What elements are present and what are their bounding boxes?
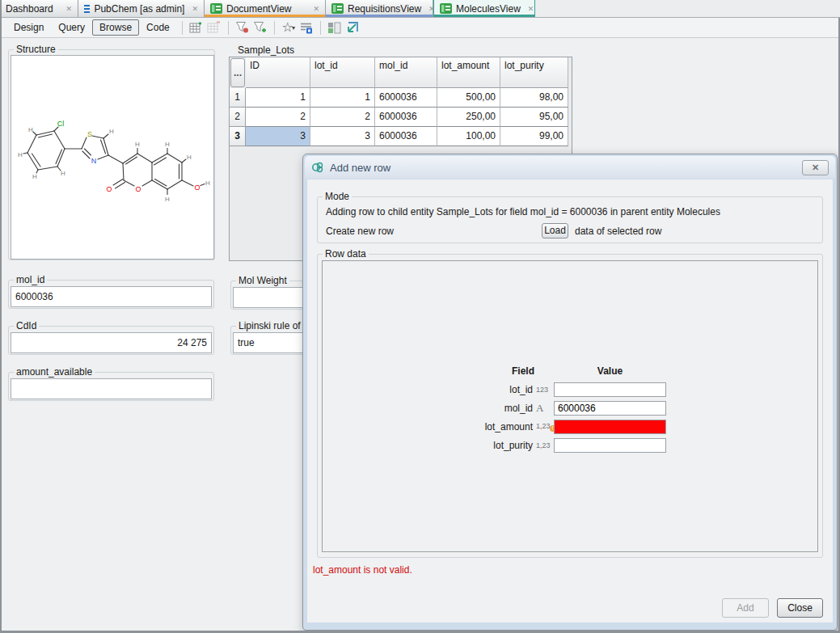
layout-grid-icon[interactable] [326, 19, 344, 36]
tab-underline [434, 15, 534, 17]
cell-lot-amount[interactable]: 100,00 [437, 127, 500, 146]
tab-close-icon[interactable]: ✕ [525, 5, 534, 13]
add-row-icon[interactable] [188, 19, 205, 36]
mol-id-label: mol_id [14, 274, 47, 285]
cell-id[interactable]: 2 [246, 108, 310, 127]
tab-dashboard[interactable]: Dashboard ✕ [0, 0, 78, 17]
filter-red-icon[interactable] [234, 19, 251, 36]
dialog-titlebar[interactable]: Add new row ✕ [305, 156, 835, 179]
table-row-selected[interactable]: 3 3 3 6000036 100,00 99,00 [230, 127, 572, 146]
col-header-mol-id[interactable]: mol_id [375, 57, 437, 88]
tab-label: PubChem [as admin] [94, 3, 184, 15]
validation-error-text: lot_amount is not valid. [313, 564, 412, 576]
atom-h: H [205, 179, 210, 187]
window-border [0, 0, 2, 633]
row-header[interactable]: 1 [230, 88, 246, 108]
text-type-icon: A [536, 402, 554, 415]
decimal-type-icon: 1,23 [536, 441, 554, 449]
table-icon [440, 3, 452, 14]
tab-underline [326, 15, 433, 17]
lot-id-value-input[interactable] [554, 382, 666, 397]
tab-close-icon[interactable]: ✕ [62, 5, 72, 13]
cdid-label: CdId [14, 320, 39, 331]
query-button[interactable]: Query [51, 20, 92, 35]
atom-h: H [28, 126, 33, 133]
table-row[interactable]: 2 2 2 6000036 250,00 95,00 [230, 108, 572, 127]
cell-lot-id[interactable]: 3 [310, 127, 375, 146]
tab-close-icon[interactable]: ✕ [310, 5, 319, 13]
close-button[interactable]: Close [777, 598, 823, 618]
load-suffix-text: data of selected row [575, 226, 661, 237]
star-icon[interactable]: ☆▾ [280, 19, 298, 36]
row-header[interactable]: 2 [230, 108, 246, 127]
cell-id[interactable]: 3 [246, 127, 310, 146]
amount-available-group: amount_available [8, 372, 214, 401]
amount-available-field[interactable] [11, 378, 212, 399]
atom-h: H [165, 141, 170, 148]
dialog-body: Mode Adding row to child entity Sample_L… [307, 179, 833, 622]
cell-lot-id[interactable]: 1 [310, 88, 375, 108]
atom-h: H [18, 151, 23, 158]
lot-amount-value-input[interactable] [554, 420, 666, 434]
cell-mol-id[interactable]: 6000036 [375, 88, 437, 108]
atom-s: S [87, 130, 92, 138]
separator [320, 21, 321, 35]
table-icon [331, 3, 344, 14]
lot-purity-value-input[interactable] [554, 438, 666, 453]
separator [182, 21, 183, 35]
cell-id[interactable]: 1 [246, 88, 310, 108]
structure-canvas[interactable]: Cl S N O O O H H H H H H H H H H [11, 55, 214, 260]
browse-button[interactable]: Browse [92, 19, 139, 36]
tab-bar: Dashboard ✕ PubChem [as admin] ✕ Documen… [0, 0, 840, 18]
row-data-groupbox: Row data Field Value lot_id 123 mol_id A… [317, 254, 823, 558]
mol-id-value-input[interactable] [554, 401, 666, 416]
tab-label: DocumentView [226, 3, 291, 15]
tab-requisitionsview[interactable]: RequisitionsView ✕ [326, 0, 433, 17]
tab-moleculesview[interactable]: MoleculesView ✕ [433, 0, 535, 17]
lipinski-label: Lipinski rule of [236, 320, 303, 331]
sample-lots-label: Sample_Lots [235, 44, 297, 56]
delete-row-icon[interactable] [205, 19, 223, 36]
load-button[interactable]: Load [542, 223, 568, 238]
cell-lot-id[interactable]: 2 [310, 108, 375, 127]
cell-lot-purity[interactable]: 95,00 [500, 108, 568, 127]
filter-add-icon[interactable] [251, 19, 269, 36]
row-header[interactable]: 3 [230, 127, 246, 146]
col-header-id[interactable]: ID [246, 57, 310, 88]
tab-label: MoleculesView [456, 3, 521, 15]
form-details-icon[interactable] [298, 19, 315, 36]
col-header-lot-purity[interactable]: lot_purity [500, 57, 568, 88]
tab-underline [205, 15, 325, 17]
integer-type-icon: 123 [536, 386, 554, 394]
code-button[interactable]: Code [139, 20, 177, 35]
separator [274, 21, 275, 35]
cell-lot-purity[interactable]: 99,00 [500, 127, 568, 146]
table-corner-button[interactable]: ... [230, 58, 245, 87]
tab-pubchem[interactable]: PubChem [as admin] ✕ [78, 0, 205, 17]
field-name-lot-amount: lot_amount [439, 421, 536, 433]
mol-id-field[interactable]: 6000036 [11, 286, 212, 307]
row-data-label: Row data [323, 248, 369, 260]
decimal-type-icon: 1,23! [536, 422, 554, 432]
design-button[interactable]: Design [6, 20, 51, 35]
tab-close-icon[interactable]: ✕ [188, 5, 198, 13]
menu-icon [84, 5, 90, 13]
cell-mol-id[interactable]: 6000036 [375, 127, 437, 146]
atom-n: N [91, 157, 97, 165]
col-header-lot-amount[interactable]: lot_amount [437, 57, 500, 88]
cdid-field[interactable]: 24 275 [11, 332, 212, 353]
tab-label: Dashboard [6, 3, 53, 15]
cell-lot-amount[interactable]: 250,00 [437, 108, 500, 127]
cell-lot-amount[interactable]: 500,00 [437, 88, 500, 108]
cdid-group: CdId 24 275 [8, 326, 214, 355]
col-header-lot-id[interactable]: lot_id [310, 57, 375, 88]
dialog-close-button[interactable]: ✕ [802, 160, 829, 175]
tab-documentview[interactable]: DocumentView ✕ [205, 0, 326, 17]
cell-lot-purity[interactable]: 98,00 [500, 88, 568, 108]
atom-h: H [135, 141, 140, 148]
atom-o: O [135, 185, 141, 193]
open-link-icon[interactable] [344, 19, 361, 36]
atom-h: H [109, 128, 114, 135]
cell-mol-id[interactable]: 6000036 [375, 108, 437, 127]
table-row[interactable]: 1 1 1 6000036 500,00 98,00 [230, 88, 572, 108]
